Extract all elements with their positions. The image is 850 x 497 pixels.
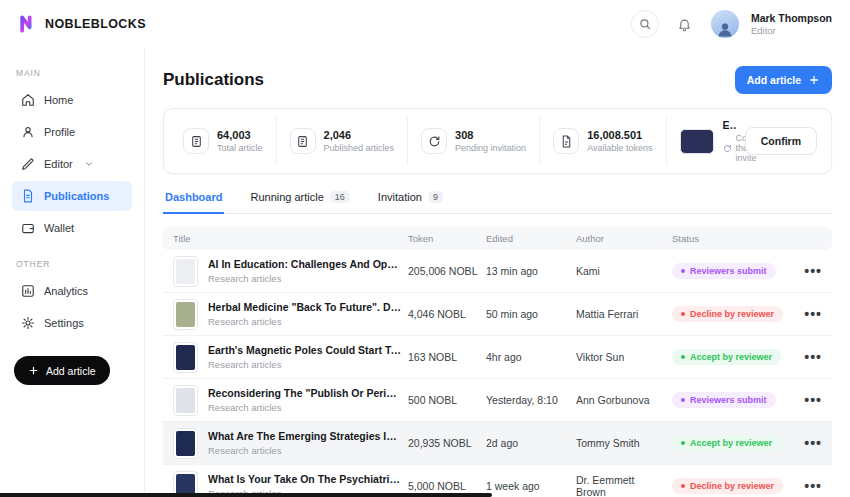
header-actions: Mark Thompson Editor bbox=[631, 10, 832, 38]
article-title: What Are The Emerging Strategies In Rese… bbox=[208, 430, 402, 442]
edited-value: Yesterday, 8:10 bbox=[486, 394, 570, 406]
sidebar-item-analytics[interactable]: Analytics bbox=[12, 276, 132, 306]
articles-table: Title Token Edited Author Status AI In E… bbox=[163, 227, 832, 497]
stats-card: 64,003 Total article 2,046 Published art… bbox=[163, 108, 832, 174]
scrollbar-thumb[interactable] bbox=[0, 493, 492, 497]
invite-panel: Earth's Magnetic Poles ... Confirm the i… bbox=[667, 117, 825, 165]
table-row[interactable]: Herbal Medicine "Back To Future". Did Re… bbox=[163, 293, 832, 336]
profile-icon bbox=[21, 125, 35, 139]
tab-label: Invitation bbox=[378, 191, 422, 203]
sidebar-section-main: MAIN bbox=[16, 68, 128, 78]
tab-dashboard[interactable]: Dashboard bbox=[163, 191, 224, 214]
status-badge: Accept by reviewer bbox=[672, 349, 781, 365]
stat-value: 308 bbox=[455, 129, 526, 141]
tab-label: Running article bbox=[250, 191, 323, 203]
add-article-button[interactable]: Add article bbox=[735, 66, 832, 94]
edited-value: 1 week ago bbox=[486, 480, 570, 492]
article-category: Research articles bbox=[208, 273, 402, 284]
col-edited: Edited bbox=[486, 233, 570, 244]
table-row[interactable]: AI In Education: Challenges And Opportun… bbox=[163, 250, 832, 293]
table-row[interactable]: Reconsidering The "Publish Or Perish" Ac… bbox=[163, 379, 832, 422]
article-thumbnail bbox=[173, 428, 198, 459]
user-role: Editor bbox=[751, 25, 832, 37]
stat-available-tokens: 16,008.501 Available tokens bbox=[540, 117, 666, 165]
sidebar-item-editor[interactable]: Editor bbox=[12, 149, 132, 179]
row-menu-button[interactable]: ••• bbox=[798, 306, 822, 322]
sidebar-item-wallet[interactable]: Wallet bbox=[12, 213, 132, 243]
col-author: Author bbox=[576, 233, 666, 244]
token-value: 205,006 NOBL bbox=[408, 265, 480, 277]
add-article-button-sidebar[interactable]: Add article bbox=[14, 356, 110, 385]
status-badge: Reviewers submit bbox=[672, 263, 776, 279]
edited-value: 13 min ago bbox=[486, 265, 570, 277]
bell-icon[interactable] bbox=[671, 10, 699, 38]
stat-label: Published articles bbox=[324, 143, 395, 153]
col-status: Status bbox=[672, 233, 792, 244]
sidebar-item-profile[interactable]: Profile bbox=[12, 117, 132, 147]
tab-count-badge: 9 bbox=[428, 191, 443, 203]
tab-count-badge: 16 bbox=[330, 191, 350, 203]
row-menu-button[interactable]: ••• bbox=[798, 263, 822, 279]
status-badge: Reviewers submit bbox=[672, 392, 776, 408]
sidebar-item-label: Wallet bbox=[44, 222, 74, 234]
brand-name: NOBLEBLOCKS bbox=[45, 17, 146, 31]
user-menu[interactable]: Mark Thompson Editor bbox=[751, 12, 832, 37]
article-category: Research articles bbox=[208, 445, 402, 456]
row-menu-button[interactable]: ••• bbox=[798, 349, 822, 365]
token-value: 500 NOBL bbox=[408, 394, 480, 406]
refresh-icon bbox=[723, 144, 732, 153]
edited-value: 2d ago bbox=[486, 437, 570, 449]
tab-invitation[interactable]: Invitation 9 bbox=[376, 191, 445, 214]
article-title: Earth's Magnetic Poles Could Start To Fl… bbox=[208, 344, 402, 356]
pencil-icon bbox=[21, 157, 35, 171]
tab-running-article[interactable]: Running article 16 bbox=[248, 191, 351, 214]
article-title: What Is Your Take On The Psychiatric Eff… bbox=[208, 473, 402, 485]
sidebar-item-home[interactable]: Home bbox=[12, 85, 132, 115]
stat-label: Total article bbox=[217, 143, 263, 153]
document-icon bbox=[21, 189, 35, 203]
home-icon bbox=[21, 93, 35, 107]
user-name: Mark Thompson bbox=[751, 12, 832, 25]
author-value: Ann Gorbunova bbox=[576, 394, 666, 406]
search-icon[interactable] bbox=[631, 10, 659, 38]
wallet-icon bbox=[21, 221, 35, 235]
article-title: Herbal Medicine "Back To Future". Did Re… bbox=[208, 301, 402, 313]
article-thumbnail bbox=[173, 385, 198, 416]
author-value: Viktor Sun bbox=[576, 351, 666, 363]
gear-icon bbox=[21, 316, 35, 330]
article-category: Research articles bbox=[208, 359, 402, 370]
sidebar-item-label: Settings bbox=[44, 317, 84, 329]
stat-label: Available tokens bbox=[587, 143, 652, 153]
article-category: Research articles bbox=[208, 316, 402, 327]
row-menu-button[interactable]: ••• bbox=[798, 392, 822, 408]
row-menu-button[interactable]: ••• bbox=[798, 435, 822, 451]
avatar[interactable] bbox=[711, 10, 739, 38]
chevron-down-icon bbox=[84, 159, 94, 169]
stat-total-articles: 64,003 Total article bbox=[170, 117, 277, 165]
analytics-icon bbox=[21, 284, 35, 298]
table-header: Title Token Edited Author Status bbox=[163, 227, 832, 250]
edited-value: 50 min ago bbox=[486, 308, 570, 320]
article-thumbnail bbox=[173, 299, 198, 330]
stat-value: 16,008.501 bbox=[587, 129, 652, 141]
token-value: 163 NOBL bbox=[408, 351, 480, 363]
edited-value: 4hr ago bbox=[486, 351, 570, 363]
sidebar-item-label: Editor bbox=[44, 158, 73, 170]
sidebar-item-settings[interactable]: Settings bbox=[12, 308, 132, 338]
brand-logo-icon bbox=[18, 14, 38, 34]
brand[interactable]: NOBLEBLOCKS bbox=[18, 14, 146, 34]
author-value: Tommy Smith bbox=[576, 437, 666, 449]
table-row[interactable]: Earth's Magnetic Poles Could Start To Fl… bbox=[163, 336, 832, 379]
plus-icon bbox=[28, 365, 39, 376]
col-token: Token bbox=[408, 233, 480, 244]
author-value: Kami bbox=[576, 265, 666, 277]
refresh-icon bbox=[421, 128, 447, 154]
row-menu-button[interactable]: ••• bbox=[798, 478, 822, 494]
confirm-button[interactable]: Confirm bbox=[745, 127, 817, 155]
tab-label: Dashboard bbox=[165, 191, 222, 203]
table-row[interactable]: What Are The Emerging Strategies In Rese… bbox=[163, 422, 832, 465]
sidebar-item-label: Publications bbox=[44, 190, 109, 202]
file-icon bbox=[553, 128, 579, 154]
sidebar-item-publications[interactable]: Publications bbox=[12, 181, 132, 211]
token-value: 20,935 NOBL bbox=[408, 437, 480, 449]
